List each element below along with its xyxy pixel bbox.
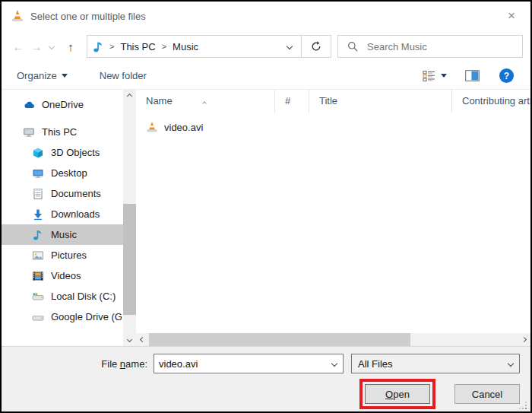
column-header-title[interactable]: Title bbox=[309, 90, 452, 113]
horizontal-scroll-track[interactable] bbox=[149, 333, 518, 346]
new-folder-button[interactable]: New folder bbox=[100, 70, 147, 81]
desktop-icon bbox=[32, 167, 44, 179]
column-label: Name bbox=[146, 95, 173, 106]
horizontal-scrollbar[interactable] bbox=[136, 333, 530, 346]
breadcrumb: > This PC > Music bbox=[87, 36, 301, 57]
column-header-number[interactable]: # bbox=[275, 90, 309, 113]
preview-pane-icon[interactable] bbox=[465, 70, 480, 81]
title-bar: Select one or multiple files × bbox=[2, 2, 530, 30]
sidebar-item-label: Pictures bbox=[51, 249, 87, 261]
combo-chevron-icon[interactable] bbox=[502, 361, 519, 366]
sidebar-item-label: Downloads bbox=[51, 208, 100, 220]
column-label: # bbox=[285, 95, 290, 106]
address-dropdown-chevron-icon[interactable] bbox=[287, 44, 292, 49]
music-note-icon bbox=[32, 229, 44, 241]
sidebar-item-label: Music bbox=[51, 229, 77, 240]
sidebar-item-desktop[interactable]: Desktop bbox=[2, 163, 123, 183]
refresh-button[interactable] bbox=[301, 36, 331, 57]
scroll-left-button[interactable] bbox=[136, 333, 149, 346]
view-controls: ? bbox=[423, 68, 514, 83]
window-title: Select one or multiple files bbox=[30, 11, 146, 22]
sidebar-item-music[interactable]: Music bbox=[2, 224, 123, 245]
music-note-icon bbox=[93, 41, 103, 52]
new-folder-label: New folder bbox=[100, 70, 147, 81]
open-button[interactable]: Open bbox=[365, 384, 430, 404]
file-name-input[interactable] bbox=[154, 357, 326, 370]
organize-label: Organize bbox=[17, 70, 57, 81]
videos-icon bbox=[32, 270, 44, 282]
file-row-video-avi[interactable]: video.avi bbox=[136, 116, 530, 138]
sidebar-item-local-disk-c[interactable]: Local Disk (C:) bbox=[2, 286, 123, 307]
sidebar-scroll-thumb[interactable] bbox=[123, 204, 136, 314]
sidebar-scrollbar[interactable] bbox=[123, 90, 136, 346]
scroll-right-button[interactable] bbox=[518, 333, 530, 346]
search-box[interactable] bbox=[337, 35, 523, 58]
command-toolbar: Organize New folder bbox=[2, 62, 530, 90]
sidebar-item-label: 3D Objects bbox=[51, 147, 100, 158]
forward-button[interactable]: → bbox=[27, 40, 46, 53]
file-open-dialog: Select one or multiple files × ← → ↑ > T… bbox=[0, 0, 532, 413]
sidebar-item-label: Desktop bbox=[51, 167, 87, 179]
view-options-chevron-icon[interactable] bbox=[441, 74, 447, 78]
sidebar-item-onedrive[interactable]: OneDrive bbox=[2, 94, 123, 115]
sidebar-scroll-track[interactable] bbox=[123, 103, 136, 333]
column-header-contributing-artists[interactable]: Contributing artists bbox=[452, 90, 530, 113]
sidebar-item-google-drive-g[interactable]: Google Drive (G: bbox=[2, 307, 123, 327]
file-name: video.avi bbox=[164, 122, 203, 133]
documents-icon bbox=[32, 188, 44, 200]
sidebar-item-videos[interactable]: Videos bbox=[2, 265, 123, 286]
file-list: Name # Title Contributing artists bbox=[136, 90, 530, 346]
close-button[interactable]: × bbox=[492, 8, 530, 24]
breadcrumb-item-music[interactable]: Music bbox=[173, 41, 198, 52]
scroll-up-button[interactable] bbox=[123, 90, 136, 103]
sidebar-item-this-pc[interactable]: This PC bbox=[2, 122, 123, 142]
chevron-down-icon bbox=[62, 74, 68, 78]
resize-grip[interactable] bbox=[519, 402, 527, 410]
up-button[interactable]: ↑ bbox=[61, 40, 81, 53]
breadcrumb-separator: > bbox=[162, 42, 166, 51]
scroll-down-button[interactable] bbox=[123, 333, 136, 346]
help-question-glyph: ? bbox=[504, 71, 509, 81]
column-label: Contributing artists bbox=[462, 95, 530, 106]
buttons-row: Open Cancel bbox=[2, 379, 530, 409]
file-type-dropdown[interactable]: All Files bbox=[351, 354, 520, 373]
help-button[interactable]: ? bbox=[499, 68, 514, 83]
this-pc-icon bbox=[23, 126, 35, 138]
pictures-icon bbox=[32, 249, 44, 262]
sidebar-item-label: OneDrive bbox=[42, 99, 84, 110]
back-button[interactable]: ← bbox=[9, 40, 27, 53]
column-header-name[interactable]: Name bbox=[136, 90, 275, 113]
sidebar-item-label: This PC bbox=[42, 126, 77, 138]
onedrive-cloud-icon bbox=[23, 99, 35, 111]
breadcrumb-item-this-pc[interactable]: This PC bbox=[120, 41, 155, 52]
3d-objects-icon bbox=[32, 147, 44, 159]
recent-locations-button[interactable] bbox=[46, 44, 58, 49]
breadcrumb-separator: > bbox=[109, 42, 114, 51]
sidebar-item-documents[interactable]: Documents bbox=[2, 183, 123, 204]
sidebar-item-pictures[interactable]: Pictures bbox=[2, 245, 123, 265]
file-name-combobox[interactable] bbox=[154, 354, 344, 373]
drive-icon bbox=[32, 311, 44, 323]
navigation-sidebar: OneDrive This PC 3D Objects bbox=[2, 90, 123, 346]
file-list-body: video.avi bbox=[136, 113, 530, 333]
local-disk-icon bbox=[32, 291, 44, 303]
organize-menu-button[interactable]: Organize bbox=[17, 70, 68, 81]
address-bar[interactable]: > This PC > Music bbox=[87, 35, 331, 58]
cancel-button[interactable]: Cancel bbox=[454, 384, 520, 404]
horizontal-scroll-thumb[interactable] bbox=[149, 333, 410, 346]
search-icon bbox=[347, 41, 358, 52]
cancel-label: Cancel bbox=[472, 389, 502, 400]
file-name-label: File name: bbox=[101, 358, 147, 370]
details-view-icon[interactable] bbox=[423, 70, 435, 82]
refresh-icon bbox=[311, 41, 321, 52]
sort-ascending-icon bbox=[203, 91, 206, 113]
sidebar-item-label: Videos bbox=[51, 270, 81, 281]
sidebar-item-label: Local Disk (C:) bbox=[51, 291, 116, 302]
search-input[interactable] bbox=[366, 40, 480, 53]
sidebar-item-3d-objects[interactable]: 3D Objects bbox=[2, 142, 123, 163]
main-area: OneDrive This PC 3D Objects bbox=[2, 90, 530, 346]
file-type-value: All Files bbox=[352, 358, 502, 370]
sidebar-item-downloads[interactable]: Downloads bbox=[2, 204, 123, 224]
vlc-cone-icon bbox=[11, 9, 24, 23]
combo-chevron-icon[interactable] bbox=[326, 361, 343, 366]
